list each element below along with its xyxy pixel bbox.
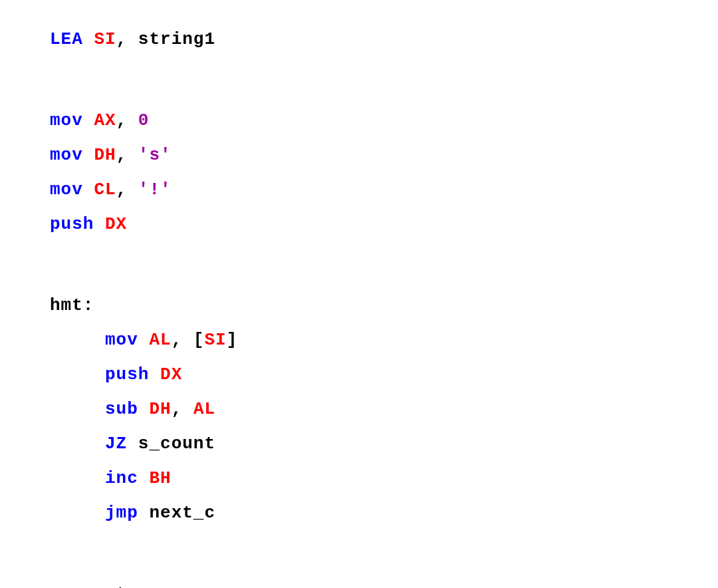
sep: , [172, 399, 193, 419]
indent [50, 468, 105, 488]
label: hmt: [50, 295, 94, 315]
operand: s_count [138, 434, 215, 454]
literal: 's' [138, 145, 172, 165]
label: s_count: [50, 584, 138, 588]
literal: 0 [138, 110, 150, 130]
mnemonic: jmp [105, 503, 149, 523]
sep: , [116, 110, 138, 130]
indent [50, 399, 105, 419]
code-line: jmp next_c [50, 504, 718, 521]
sep: , [116, 145, 138, 165]
code-line: mov CL, '!' [50, 181, 718, 198]
code-line: inc BH [50, 470, 718, 487]
literal: '!' [138, 180, 172, 200]
indent [50, 365, 105, 384]
mnemonic: mov [50, 110, 94, 130]
register: DX [105, 214, 127, 234]
register: AL [149, 330, 171, 350]
code-line: mov DH, 's' [50, 146, 718, 164]
mnemonic: sub [105, 399, 149, 419]
register: AX [94, 110, 116, 130]
code-line: mov AL, [SI] [50, 331, 718, 349]
code-line: sub DH, AL [50, 400, 718, 418]
register: SI [94, 29, 116, 49]
sep: , [ [172, 330, 205, 350]
mnemonic: push [50, 214, 105, 234]
register: CL [94, 180, 116, 200]
code-line: JZ s_count [50, 435, 718, 452]
label-line: s_count: [50, 585, 718, 588]
sep: , [116, 180, 138, 200]
code-line: push DX [50, 366, 718, 383]
code-line: LEA SI, string1 [50, 31, 718, 48]
mnemonic: push [105, 365, 160, 384]
mnemonic: mov [105, 330, 149, 350]
indent [50, 503, 105, 523]
code-line: mov AX, 0 [50, 112, 718, 129]
register: AL [193, 399, 215, 419]
assembly-code: LEA SI, string1 mov AX, 0 mov DH, 's' mo… [50, 13, 718, 588]
mnemonic: mov [50, 145, 94, 165]
mnemonic: inc [105, 468, 149, 488]
mnemonic: LEA [50, 29, 94, 49]
sep: ] [227, 330, 238, 350]
register: DH [149, 399, 171, 419]
code-line: push DX [50, 216, 718, 233]
operand: , string1 [116, 29, 215, 49]
register: DH [94, 145, 116, 165]
mnemonic: JZ [105, 434, 138, 454]
register: BH [149, 468, 171, 488]
register: SI [204, 330, 226, 350]
operand: next_c [149, 503, 215, 523]
indent [50, 434, 105, 454]
mnemonic: mov [50, 180, 94, 200]
register: DX [160, 365, 182, 384]
label-line: hmt: [50, 297, 718, 314]
indent [50, 330, 105, 350]
